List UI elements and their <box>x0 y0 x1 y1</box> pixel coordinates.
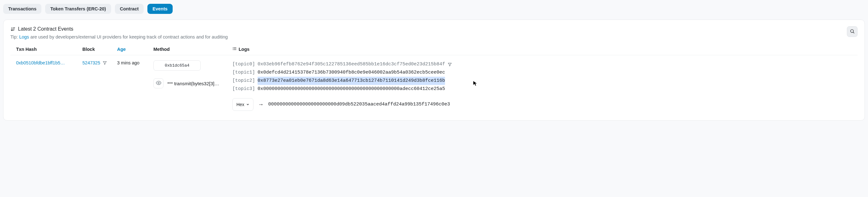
events-card: Latest 2 Contract Events Tip: Logs are u… <box>3 20 865 121</box>
topic3-line: [topic3] 0x00000000000000000000000000000… <box>232 85 858 93</box>
th-block: Block <box>82 47 117 52</box>
filter-icon[interactable] <box>102 61 107 65</box>
tabs: Transactions Token Transfers (ERC-20) Co… <box>3 4 865 14</box>
svg-line-1 <box>853 32 854 33</box>
topic2-line: [topic2] 0x8773e27ea01eb0e7671da8d63e14a… <box>232 77 858 85</box>
topic1-line: [topic1] 0x0defcd4d21415378e7136b7300940… <box>232 68 858 77</box>
block-link[interactable]: 5247325 <box>82 60 100 65</box>
th-method: Method <box>153 47 232 52</box>
method-id-badge[interactable]: 0xb1dc65a4 <box>153 60 201 71</box>
eye-icon <box>156 80 161 87</box>
chevron-down-icon <box>246 100 249 108</box>
logs-link[interactable]: Logs <box>19 34 29 39</box>
logs-cell: [topic0] 0x03eb96fefb8762e94f305c1227851… <box>232 60 858 111</box>
age-value: 3 mins ago <box>117 60 153 65</box>
arrow-right-icon: → <box>259 100 262 108</box>
tab-token-transfers[interactable]: Token Transfers (ERC-20) <box>45 4 111 14</box>
topic1-value[interactable]: 0x0defcd4d21415378e7136b7300940fb8c0e9e0… <box>257 68 445 77</box>
table-row: 0xb0510bfdbe1bff1b5… 5247325 3 mins ago … <box>10 55 858 116</box>
card-title: Latest 2 Contract Events <box>10 26 228 32</box>
th-age[interactable]: Age <box>117 47 153 52</box>
filter-icon[interactable] <box>447 62 452 67</box>
txn-hash-link[interactable]: 0xb0510bfdbe1bff1b5… <box>16 60 65 65</box>
topic2-value[interactable]: 0x8773e27ea01eb0e7671da8d63e14a647713cb1… <box>257 77 445 85</box>
topic0-value[interactable]: 0x03eb96fefb8762e94f305c122785136eed585b… <box>257 60 445 68</box>
tab-transactions[interactable]: Transactions <box>3 4 41 14</box>
decode-button[interactable] <box>153 78 163 88</box>
table-header: Txn Hash Block Age Method Logs <box>10 39 858 55</box>
tip-text: Tip: Logs are used by developers/externa… <box>10 34 228 39</box>
tab-contract[interactable]: Contract <box>115 4 144 14</box>
logs-icon <box>232 46 237 52</box>
tab-events[interactable]: Events <box>147 4 173 14</box>
svg-point-8 <box>158 82 159 84</box>
topic0-line: [topic0] 0x03eb96fefb8762e94f305c1227851… <box>232 60 858 68</box>
data-row: Hex → 000000000000000000000000d09db52203… <box>232 98 858 111</box>
topic3-value[interactable]: 0x00000000000000000000000000000000000000… <box>257 85 445 93</box>
th-logs: Logs <box>232 46 858 52</box>
data-value[interactable]: 000000000000000000000000d09db522035aaced… <box>268 100 450 108</box>
card-title-text: Latest 2 Contract Events <box>18 26 73 32</box>
search-button[interactable] <box>847 26 858 37</box>
method-signature: *** transmit(bytes32[3]… <box>167 81 219 86</box>
sort-icon <box>10 27 16 32</box>
format-dropdown[interactable]: Hex <box>232 98 253 111</box>
th-txn-hash: Txn Hash <box>16 47 82 52</box>
search-icon <box>850 29 855 35</box>
